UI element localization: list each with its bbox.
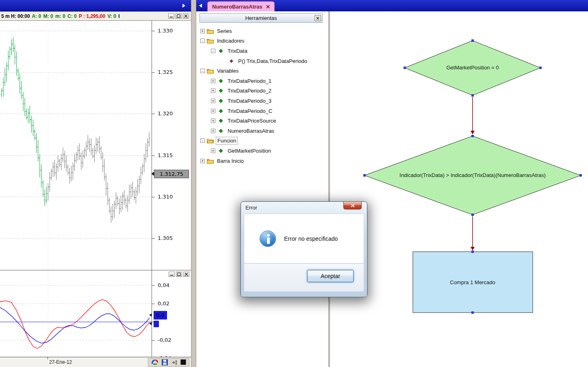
tree-item-label[interactable]: TrixDataPeriodo_C [226, 108, 273, 114]
minimize-button[interactable] [169, 272, 175, 277]
decision1-label: GetMarketPosition = 0 [447, 65, 499, 71]
price-axis-tick [152, 238, 155, 239]
tree-expander[interactable]: + [211, 99, 215, 103]
tab-close-icon[interactable] [266, 4, 270, 10]
indicator-axis-label: 0,04 [158, 282, 169, 288]
indicator-canvas[interactable] [0, 270, 152, 357]
dialog-body: Error no especificado [244, 214, 364, 263]
tree-item-label[interactable]: TrixDataPeriodo_3 [226, 97, 273, 104]
indicator-current-value: 0,0 [156, 312, 165, 318]
tools-panel-header[interactable]: Herramientas [200, 13, 323, 23]
minimize-button[interactable] [168, 13, 174, 19]
tree-item-label[interactable]: Funcion [216, 137, 238, 145]
tree-item[interactable]: +TrixDataPeriodo_3 [199, 96, 328, 106]
price-chart-canvas[interactable] [0, 21, 152, 270]
tree-expander[interactable]: + [200, 159, 205, 163]
tree-item[interactable]: +NumeroBarrasAtras [199, 126, 328, 136]
tree-item-label[interactable]: Indicadores [216, 37, 245, 44]
maximize-button[interactable] [176, 13, 182, 19]
tools-close-button[interactable] [315, 15, 321, 21]
quote-field: C: 0 [66, 13, 77, 19]
tree-expander[interactable]: - [200, 39, 205, 43]
indicator-axis[interactable]: 0,0 0,040,02-0,02-0,04 [152, 270, 191, 357]
info-icon [260, 231, 276, 247]
tree-item[interactable]: +TrixDataPeriodo_2 [199, 86, 328, 96]
tree-item-label[interactable]: Barra Inicio [216, 158, 245, 164]
tree-item-label[interactable]: Variables [216, 67, 240, 74]
tree-expander[interactable]: - [211, 49, 215, 53]
maximize-button[interactable] [176, 272, 182, 277]
indicator-pointer-icon [149, 313, 152, 317]
price-axis-label: 1.325 [158, 69, 173, 75]
tree-item-label[interactable]: GetMarketPosition [226, 147, 272, 154]
quote-field: V: 0 [106, 13, 116, 19]
editor-workspace: Herramientas +Series-Indicadores-TrixDat… [196, 11, 588, 367]
price-axis-tick [152, 31, 155, 31]
tree-expander[interactable]: + [211, 119, 215, 123]
tree-expander[interactable]: - [200, 69, 205, 73]
connector-arrow-1[interactable] [471, 97, 475, 134]
price-axis[interactable]: 1.312,75 1.3301.3251.3201.3151.3101.305 [152, 21, 191, 270]
tree-expander[interactable]: - [200, 138, 205, 143]
tree-item-label[interactable]: TrixDataPriceSource [226, 117, 277, 124]
tree-item-label[interactable]: NumeroBarrasAtras [226, 127, 276, 134]
scroll-right-icon[interactable] [182, 4, 185, 8]
tree-item[interactable]: +GetMarketPosition [199, 146, 328, 156]
tree-item-label[interactable]: P() Trix,Data,TrixDataPeriodo [237, 58, 308, 65]
pane-splitter[interactable] [191, 0, 196, 367]
dialog-close-button[interactable] [343, 202, 362, 209]
price-axis-label: 1.330 [158, 28, 173, 34]
tree-item[interactable]: -Indicadores [199, 36, 328, 46]
tree-expander[interactable]: + [200, 29, 205, 33]
dock-arrow-icon[interactable] [171, 359, 177, 365]
connector-arrow-2[interactable] [471, 216, 475, 250]
flowchart-canvas[interactable]: GetMarketPosition = 0 Indicador(TrixData… [330, 11, 588, 367]
logo-icon[interactable] [151, 359, 158, 365]
scroll-left-icon[interactable] [199, 4, 202, 8]
tab-numerobarrasatras[interactable]: NumeroBarrasAtras [207, 1, 275, 11]
accept-button[interactable]: Aceptar [307, 270, 354, 282]
tree-item[interactable]: +Series [199, 26, 328, 36]
tree-expander[interactable]: + [211, 129, 215, 133]
save-icon[interactable] [162, 359, 168, 365]
diamond-green-icon [217, 98, 224, 104]
folder-icon [207, 158, 214, 164]
tree-item-label[interactable]: Series [216, 28, 233, 35]
error-dialog: Error Error no especificado Aceptar [241, 201, 367, 297]
action-node[interactable]: Compra 1 Mercado [413, 252, 533, 313]
tree-expander[interactable]: + [211, 79, 215, 83]
tree-item-label[interactable]: TrixData [226, 47, 249, 54]
tree-item[interactable]: -TrixData [199, 46, 328, 56]
black-square-icon[interactable] [180, 359, 186, 365]
tree-item[interactable]: +TrixDataPeriodo_C [199, 106, 328, 116]
tree-item[interactable]: +Barra Inicio [199, 156, 328, 166]
indicator-axis-label: 0,02 [158, 300, 169, 307]
price-axis-label: 1.310 [158, 194, 173, 200]
tree-expander[interactable]: + [211, 109, 215, 113]
tree-item-label[interactable]: TrixDataPeriodo_1 [226, 78, 273, 84]
bottom-toolbar [148, 358, 189, 367]
diamond-green-icon [217, 128, 224, 134]
indicator-pointer2-icon [149, 322, 152, 325]
tree-item[interactable]: -Variables [199, 66, 328, 76]
indicator-window: 0,0 0,040,02-0,02-0,04 [0, 270, 191, 357]
tree-expander[interactable]: + [211, 149, 215, 153]
left-tab-strip [0, 0, 191, 11]
tree-expander[interactable]: + [211, 89, 215, 93]
quote-info-text: 5 m H: 00:00 A: 0 M: 0 m: 0 C: 0 P : 1,2… [1, 13, 121, 19]
close-button[interactable] [183, 272, 189, 277]
tree-item[interactable]: P() Trix,Data,TrixDataPeriodo [199, 56, 328, 66]
decision-node-2[interactable]: Indicador(TrixData) > Indicador(TrixData… [365, 136, 581, 215]
decision2-label: Indicador(TrixData) > Indicador(TrixData… [399, 172, 546, 178]
tree-item[interactable]: -Funcion [199, 136, 328, 146]
decision-node-1[interactable]: GetMarketPosition = 0 [405, 41, 540, 95]
tree-item[interactable]: +TrixDataPeriodo_1 [199, 76, 328, 86]
price-chart-body: 1.312,75 1.3301.3251.3201.3151.3101.305 [0, 21, 191, 270]
price-pointer-icon [151, 172, 154, 176]
close-button[interactable] [183, 13, 189, 19]
tree-item-label[interactable]: TrixDataPeriodo_2 [226, 87, 273, 94]
current-price-value: 1.312,75 [160, 171, 183, 177]
dialog-titlebar[interactable]: Error [241, 202, 367, 214]
tree-item[interactable]: +TrixDataPriceSource [199, 116, 328, 126]
indicator-axis-label: -0,02 [158, 337, 171, 343]
